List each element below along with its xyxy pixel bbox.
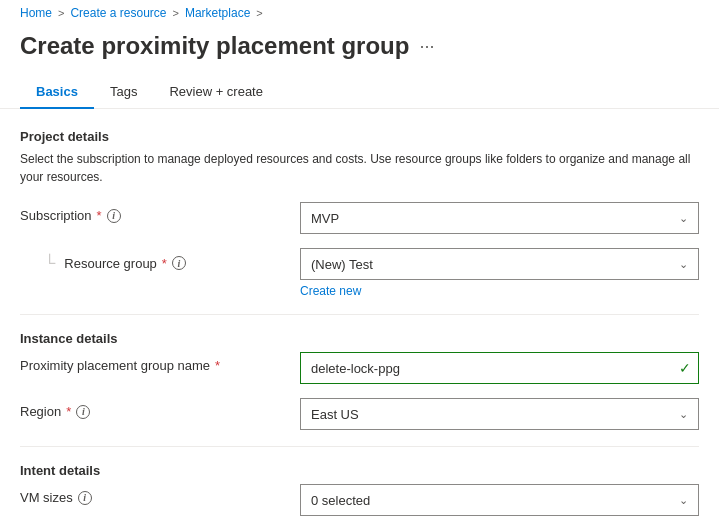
ppg-name-label-col: Proximity placement group name * [20,352,300,373]
project-details-desc: Select the subscription to manage deploy… [20,150,699,186]
project-details-section: Project details Select the subscription … [20,129,699,298]
region-value: East US [311,407,359,422]
vm-sizes-field-row: VM sizes i 0 selected ⌄ [20,484,699,516]
resource-group-required: * [162,256,167,271]
vm-sizes-label-col: VM sizes i [20,484,300,505]
subscription-required: * [97,208,102,223]
region-label: Region [20,404,61,419]
instance-details-section: Instance details Proximity placement gro… [20,331,699,430]
page-title-area: Create proximity placement group ··· [0,26,719,76]
resource-group-info-icon[interactable]: i [172,256,186,270]
region-chevron-icon: ⌄ [679,408,688,421]
resource-group-chevron-icon: ⌄ [679,258,688,271]
ppg-name-required: * [215,358,220,373]
region-dropdown[interactable]: East US ⌄ [300,398,699,430]
subscription-value: MVP [311,211,339,226]
content-area: Project details Select the subscription … [0,109,719,532]
subscription-info-icon[interactable]: i [107,209,121,223]
tab-review-create[interactable]: Review + create [153,76,279,109]
breadcrumb-home[interactable]: Home [20,6,52,20]
project-details-title: Project details [20,129,699,144]
vm-sizes-control: 0 selected ⌄ [300,484,699,516]
subscription-field-row: Subscription * i MVP ⌄ [20,202,699,234]
ppg-name-input[interactable] [300,352,699,384]
page-more-button[interactable]: ··· [419,36,434,57]
vm-sizes-info-icon[interactable]: i [78,491,92,505]
subscription-control: MVP ⌄ [300,202,699,234]
region-required: * [66,404,71,419]
breadcrumb-create-resource[interactable]: Create a resource [70,6,166,20]
subscription-label: Subscription [20,208,92,223]
subscription-label-col: Subscription * i [20,202,300,223]
tabs-bar: Basics Tags Review + create [0,76,719,109]
vm-sizes-value: 0 selected [311,493,370,508]
ppg-name-label: Proximity placement group name [20,358,210,373]
tab-tags[interactable]: Tags [94,76,153,109]
intent-details-section: Intent details VM sizes i 0 selected ⌄ [20,463,699,516]
create-new-link[interactable]: Create new [300,284,361,298]
vm-sizes-dropdown[interactable]: 0 selected ⌄ [300,484,699,516]
vm-sizes-label: VM sizes [20,490,73,505]
page-title: Create proximity placement group [20,32,409,60]
tab-basics[interactable]: Basics [20,76,94,109]
ppg-name-check-icon: ✓ [679,360,691,376]
divider-2 [20,446,699,447]
resource-group-control: (New) Test ⌄ Create new [300,248,699,298]
vm-sizes-chevron-icon: ⌄ [679,494,688,507]
resource-group-field-row: └ Resource group * i (New) Test ⌄ Create… [20,248,699,298]
region-field-row: Region * i East US ⌄ [20,398,699,430]
intent-details-title: Intent details [20,463,699,478]
indent-connector: └ [44,254,55,272]
resource-group-label-col: └ Resource group * i [20,248,300,272]
resource-group-label: Resource group [64,256,157,271]
region-info-icon[interactable]: i [76,405,90,419]
breadcrumb-sep-2: > [173,7,179,19]
ppg-name-control: ✓ [300,352,699,384]
resource-group-value: (New) Test [311,257,373,272]
ppg-name-field-row: Proximity placement group name * ✓ [20,352,699,384]
breadcrumb: Home > Create a resource > Marketplace > [0,0,719,26]
resource-group-dropdown[interactable]: (New) Test ⌄ [300,248,699,280]
ppg-name-input-wrapper: ✓ [300,352,699,384]
breadcrumb-sep-1: > [58,7,64,19]
region-control: East US ⌄ [300,398,699,430]
divider-1 [20,314,699,315]
subscription-chevron-icon: ⌄ [679,212,688,225]
region-label-col: Region * i [20,398,300,419]
breadcrumb-marketplace[interactable]: Marketplace [185,6,250,20]
instance-details-title: Instance details [20,331,699,346]
breadcrumb-sep-3: > [256,7,262,19]
subscription-dropdown[interactable]: MVP ⌄ [300,202,699,234]
